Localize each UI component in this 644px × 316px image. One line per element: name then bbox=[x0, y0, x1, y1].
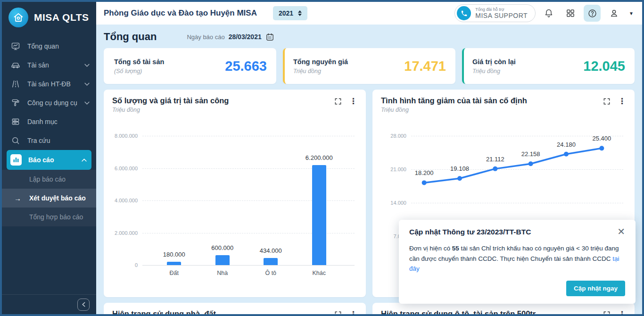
x-axis-tick: Ô tô bbox=[252, 270, 289, 276]
close-icon[interactable]: ✕ bbox=[613, 228, 625, 237]
sidebar-item-label: Danh mục bbox=[27, 118, 90, 125]
stat-title: Giá trị còn lại bbox=[472, 58, 516, 66]
bar-value-label: 180.000 bbox=[155, 251, 193, 258]
fullscreen-icon[interactable] bbox=[334, 311, 342, 315]
sidebar-item-label: Tra cứu bbox=[27, 137, 90, 144]
chevron-up-icon bbox=[82, 158, 87, 162]
submenu-item-label: Tổng hợp báo cáo bbox=[29, 213, 83, 221]
point-value-label: 19.108 bbox=[443, 165, 476, 172]
bar-Nhà[interactable] bbox=[215, 255, 230, 265]
stat-value: 25.663 bbox=[225, 58, 267, 74]
stat-title: Tổng số tài sản bbox=[114, 58, 164, 66]
update-now-button[interactable]: Cập nhật ngay bbox=[566, 281, 625, 296]
popup-message: Đơn vị hiện có 55 tài sản Chỉ trích khấu… bbox=[409, 243, 625, 274]
sidebar-item-label: Tài sản HT-ĐB bbox=[27, 80, 78, 88]
year-selector[interactable]: 2021 bbox=[273, 6, 307, 20]
bar-Ô tô[interactable] bbox=[264, 258, 278, 265]
sidebar-item-label: Công cụ dụng cụ bbox=[27, 99, 78, 107]
stat-value: 12.045 bbox=[583, 58, 625, 74]
support-name: MISA SUPPORT bbox=[475, 12, 528, 19]
sidebar-nav: Tổng quan Tài sản Tài sản HT-ĐB Công bbox=[2, 37, 96, 226]
bar-chart-card: Số lượng và giá trị tài sản công Triệu đ… bbox=[104, 90, 366, 297]
calendar-icon[interactable] bbox=[265, 33, 274, 42]
chart-title: Hiện trạng sử dụng ô tô, tài sản trên 50… bbox=[381, 309, 603, 314]
update-notification-popup: Cập nhật Thông tư 23/2023/TT-BTC ✕ Đơn v… bbox=[399, 220, 636, 304]
fullscreen-icon[interactable] bbox=[603, 311, 611, 315]
topbar: Phòng Giáo dục và Đào tạo Huyện MISA 202… bbox=[96, 2, 642, 25]
y-axis-tick: 4.000.000 bbox=[112, 198, 138, 203]
sidebar-item-tong-quan[interactable]: Tổng quan bbox=[2, 37, 96, 56]
year-value: 2021 bbox=[279, 9, 293, 17]
point-value-label: 21.112 bbox=[479, 156, 512, 163]
y-axis-tick: 0 bbox=[112, 262, 138, 268]
app-name: MISA QLTS bbox=[34, 12, 89, 23]
page-title: Tổng quan bbox=[104, 31, 157, 43]
app-logo[interactable]: MISA QLTS bbox=[2, 2, 96, 34]
fullscreen-icon[interactable] bbox=[603, 98, 611, 105]
sidebar-item-tai-san-ht-db[interactable]: Tài sản HT-ĐB bbox=[2, 75, 96, 93]
popup-title: Cập nhật Thông tư 23/2023/TT-BTC bbox=[409, 228, 613, 236]
stat-title: Tổng nguyên giá bbox=[293, 58, 348, 66]
y-axis-tick: 8.000.000 bbox=[112, 133, 138, 139]
submenu-item-label: Xét duyệt báo cáo bbox=[29, 194, 86, 202]
stat-subtitle: Triệu đồng bbox=[293, 68, 348, 75]
sidebar-item-cong-cu-dung-cu[interactable]: Công cụ dụng cụ bbox=[2, 93, 96, 112]
chart-unit: Triệu đồng bbox=[381, 107, 603, 113]
car-icon bbox=[10, 60, 21, 70]
more-options-icon[interactable]: ⋮ bbox=[349, 97, 357, 105]
report-date-group: Ngày báo cáo 28/03/2021 bbox=[187, 33, 274, 42]
stat-subtitle: Triệu đồng bbox=[472, 68, 516, 75]
user-menu-caret-icon[interactable]: ▼ bbox=[627, 9, 636, 18]
sidebar-collapse-button[interactable] bbox=[77, 299, 90, 311]
chevron-down-icon bbox=[84, 101, 90, 105]
misa-support-badge[interactable]: Tổng đài hỗ trợ MISA SUPPORT bbox=[454, 4, 536, 22]
bar-value-label: 600.000 bbox=[204, 244, 241, 251]
user-icon[interactable] bbox=[605, 5, 622, 22]
point-value-label: 18.200 bbox=[408, 169, 441, 176]
card-header: Số lượng và giá trị tài sản công Triệu đ… bbox=[112, 96, 357, 113]
bar-value-label: 6.200.000 bbox=[300, 154, 338, 161]
bar-chart-icon bbox=[10, 154, 22, 166]
x-axis-tick: Khác bbox=[300, 270, 338, 276]
notification-bell-icon[interactable] bbox=[540, 5, 557, 22]
more-options-icon[interactable]: ⋮ bbox=[618, 310, 626, 314]
sidebar: MISA QLTS Tổng quan Tài sản Tài sản HT-Đ… bbox=[2, 2, 96, 314]
stat-card-remaining-value: Giá trị còn lại Triệu đồng 12.045 bbox=[462, 48, 635, 84]
submenu-item-xet-duyet-bao-cao[interactable]: → Xét duyệt báo cáo bbox=[2, 189, 96, 208]
sidebar-item-bao-cao[interactable]: Báo cáo bbox=[7, 150, 91, 170]
bar-Khác[interactable] bbox=[312, 165, 326, 265]
more-options-icon[interactable]: ⋮ bbox=[618, 97, 626, 105]
card-car-assets-status: Hiện trạng sử dụng ô tô, tài sản trên 50… bbox=[372, 303, 635, 314]
stat-subtitle: (Số lượng) bbox=[114, 68, 164, 75]
sidebar-item-danh-muc[interactable]: Danh mục bbox=[2, 112, 96, 131]
bottom-cards-row: Hiện trạng sử dụng nhà, đất ⋮ Hiện trạng… bbox=[104, 303, 635, 314]
bar-Đất[interactable] bbox=[167, 262, 181, 265]
main-area: Phòng Giáo dục và Đào tạo Huyện MISA 202… bbox=[96, 2, 642, 314]
help-icon[interactable] bbox=[584, 5, 601, 22]
chevron-down-icon bbox=[84, 83, 90, 86]
submenu-item-lap-bao-cao[interactable]: Lập báo cáo bbox=[2, 170, 96, 189]
apps-grid-icon[interactable] bbox=[562, 5, 579, 22]
sidebar-item-tai-san[interactable]: Tài sản bbox=[2, 56, 96, 75]
sidebar-item-label: Tổng quan bbox=[27, 42, 90, 50]
sidebar-footer bbox=[2, 294, 96, 314]
x-axis-tick: Nhà bbox=[204, 270, 241, 276]
point-value-label: 22.158 bbox=[514, 150, 547, 158]
fullscreen-icon[interactable] bbox=[334, 98, 342, 105]
organization-title: Phòng Giáo dục và Đào tạo Huyện MISA bbox=[104, 8, 257, 18]
stat-value: 17.471 bbox=[404, 58, 446, 74]
report-date-label: Ngày báo cáo bbox=[187, 33, 224, 41]
chart-title: Số lượng và giá trị tài sản công bbox=[112, 96, 334, 105]
phone-icon bbox=[457, 6, 471, 20]
monitor-chart-icon bbox=[10, 42, 21, 51]
more-options-icon[interactable]: ⋮ bbox=[349, 310, 357, 314]
chart-title: Hiện trạng sử dụng nhà, đất bbox=[112, 309, 334, 314]
arrow-right-icon: → bbox=[14, 194, 21, 202]
y-axis-tick: 2.000.000 bbox=[112, 230, 138, 236]
sidebar-item-tra-cuu[interactable]: Tra cứu bbox=[2, 131, 96, 150]
point-value-label: 25.400 bbox=[585, 135, 618, 142]
bar-chart: 02.000.0004.000.0006.000.0008.000.000180… bbox=[112, 133, 357, 289]
sidebar-item-label: Báo cáo bbox=[28, 156, 75, 164]
stat-card-original-cost: Tổng nguyên giá Triệu đồng 17.471 bbox=[283, 48, 455, 84]
submenu-item-tong-hop-bao-cao[interactable]: Tổng hợp báo cáo bbox=[2, 208, 96, 226]
